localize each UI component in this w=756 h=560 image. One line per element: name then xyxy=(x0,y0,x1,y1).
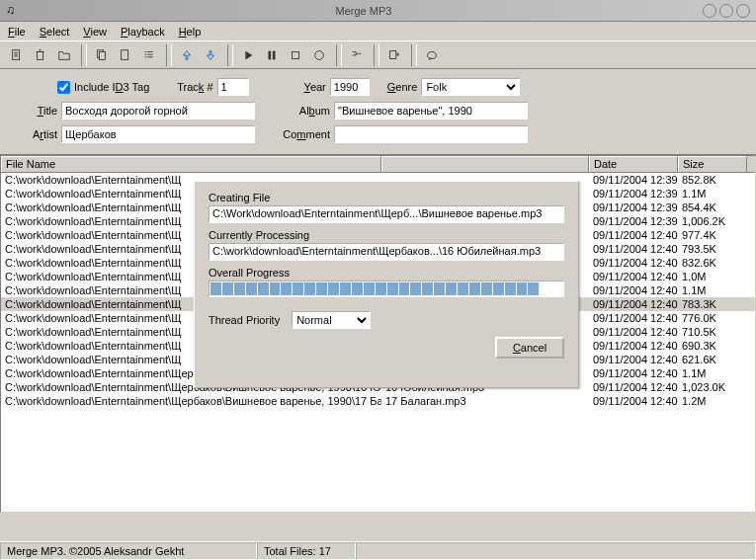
album-input[interactable] xyxy=(334,102,528,120)
genre-select[interactable]: Folk xyxy=(421,78,520,96)
cell-date: 09/11/2004 12:40:04 xyxy=(589,367,678,379)
cell-filename: C:\work\download\Enterntainment\Щербаков… xyxy=(1,395,381,407)
svg-point-8 xyxy=(315,50,324,59)
menu-bar: File Select View Playback Help xyxy=(0,22,756,41)
cell-size: 783.3K xyxy=(678,298,747,310)
processing-value: C:\work\download\Enterntainment\Щербаков… xyxy=(209,243,564,261)
menu-select[interactable]: Select xyxy=(40,26,70,38)
add-file-icon[interactable] xyxy=(6,44,28,66)
cell-size: 1,023.0K xyxy=(678,381,747,393)
new-icon[interactable] xyxy=(115,44,136,66)
cell-size: 710.5K xyxy=(678,326,747,338)
cancel-button[interactable]: Cancel xyxy=(495,337,564,359)
record-icon[interactable] xyxy=(308,44,330,66)
cell-size: 1,006.2K xyxy=(678,215,747,227)
svg-rect-9 xyxy=(390,50,396,58)
priority-label: Thread Priority xyxy=(209,314,280,326)
status-empty xyxy=(356,542,756,560)
stop-icon[interactable] xyxy=(285,44,306,66)
pause-icon[interactable] xyxy=(261,44,283,66)
title-bar: ♫ Merge MP3 xyxy=(0,0,756,22)
year-label: Year xyxy=(304,81,326,93)
cell-size: 1.1M xyxy=(678,367,747,379)
export-icon[interactable] xyxy=(383,44,405,66)
title-input[interactable] xyxy=(61,102,255,120)
cell-date: 09/11/2004 12:39:58 xyxy=(589,215,678,227)
minimize-button[interactable] xyxy=(703,4,716,18)
cell-date: 09/11/2004 12:40:00 xyxy=(589,243,678,255)
menu-view[interactable]: View xyxy=(83,26,107,38)
move-up-icon[interactable] xyxy=(176,44,198,66)
title-label: Title xyxy=(16,105,57,117)
merge-icon[interactable] xyxy=(346,44,368,66)
track-label: Track # xyxy=(177,81,212,93)
col-ext[interactable] xyxy=(381,156,589,172)
play-icon[interactable] xyxy=(237,44,259,66)
progress-bar xyxy=(209,280,564,297)
cell-size: 1.1M xyxy=(678,188,747,200)
table-row[interactable]: C:\work\download\Enterntainment\Щербаков… xyxy=(1,394,755,408)
help-icon[interactable] xyxy=(421,44,443,66)
cell-size: 1.0M xyxy=(678,271,747,282)
processing-label: Currently Processing xyxy=(209,229,564,241)
list-header: File Name Date Size xyxy=(1,156,755,173)
comment-label: Comment xyxy=(255,128,330,140)
cell-size: 832.6K xyxy=(678,257,747,269)
cell-date: 09/11/2004 12:40:02 xyxy=(589,326,678,338)
move-down-icon[interactable] xyxy=(200,44,221,66)
genre-label: Genre xyxy=(387,81,418,93)
col-date[interactable]: Date xyxy=(589,156,678,172)
creating-file-label: Creating File xyxy=(209,192,564,203)
progress-dialog: Creating File C:\Work\download\Enterntai… xyxy=(194,181,579,388)
comment-input[interactable] xyxy=(334,125,528,143)
cell-date: 09/11/2004 12:40:00 xyxy=(589,229,678,241)
year-input[interactable] xyxy=(330,78,370,96)
close-button[interactable] xyxy=(736,4,750,18)
progress-label: Overall Progress xyxy=(209,267,564,279)
cell-date: 09/11/2004 12:40:02 xyxy=(589,354,678,365)
include-id3-checkbox[interactable] xyxy=(57,81,70,94)
creating-file-value: C:\Work\download\Enterntainment\Щерб...\… xyxy=(209,205,564,223)
artist-input[interactable] xyxy=(61,125,255,143)
menu-help[interactable]: Help xyxy=(179,26,202,38)
metadata-form: Include ID3 Tag Track # Year Genre Folk … xyxy=(0,69,756,155)
cell-size: 852.8K xyxy=(678,174,747,186)
delete-icon[interactable] xyxy=(30,44,51,66)
copy-icon[interactable] xyxy=(91,44,113,66)
cell-date: 09/11/2004 12:40:02 xyxy=(589,340,678,352)
svg-rect-3 xyxy=(99,51,105,59)
col-filename[interactable]: File Name xyxy=(1,156,381,172)
artist-label: Artist xyxy=(16,128,57,140)
cell-size: 690.3K xyxy=(678,340,747,352)
svg-rect-5 xyxy=(269,50,272,59)
svg-rect-1 xyxy=(38,51,43,59)
list-icon[interactable] xyxy=(138,44,160,66)
include-id3-label: Include ID3 Tag xyxy=(74,81,149,93)
cell-size: 1.2M xyxy=(678,395,747,407)
cell-size: 977.4K xyxy=(678,229,747,241)
cell-date: 09/11/2004 12:40:00 xyxy=(589,271,678,282)
cell-date: 09/11/2004 12:39:58 xyxy=(589,201,678,213)
menu-file[interactable]: File xyxy=(8,26,26,38)
cell-date: 09/11/2004 12:40:00 xyxy=(589,257,678,269)
status-bar: Merge MP3. ©2005 Aleksandr Gekht Total F… xyxy=(0,541,756,560)
menu-playback[interactable]: Playback xyxy=(121,26,165,38)
cell-date: 09/11/2004 12:40:00 xyxy=(589,284,678,296)
cell-size: 776.0K xyxy=(678,312,747,324)
cell-date: 09/11/2004 12:40:02 xyxy=(589,312,678,324)
col-size[interactable]: Size xyxy=(678,156,747,172)
cell-date: 09/11/2004 12:39:58 xyxy=(589,174,678,186)
svg-point-10 xyxy=(428,51,437,58)
window-title: Merge MP3 xyxy=(28,5,700,17)
cell-size: 1.1M xyxy=(678,284,747,296)
cell-date: 09/11/2004 12:40:04 xyxy=(589,395,678,407)
folder-icon[interactable] xyxy=(53,44,75,66)
track-input[interactable] xyxy=(217,78,249,96)
cell-date: 09/11/2004 12:40:04 xyxy=(589,381,678,393)
priority-select[interactable]: Normal xyxy=(292,311,371,329)
cell-size: 621.6K xyxy=(678,354,747,365)
status-right: Total Files: 17 xyxy=(257,542,356,560)
cell-date: 09/11/2004 12:39:58 xyxy=(589,188,678,200)
cell-date: 09/11/2004 12:40:02 xyxy=(589,298,678,310)
maximize-button[interactable] xyxy=(719,4,733,18)
